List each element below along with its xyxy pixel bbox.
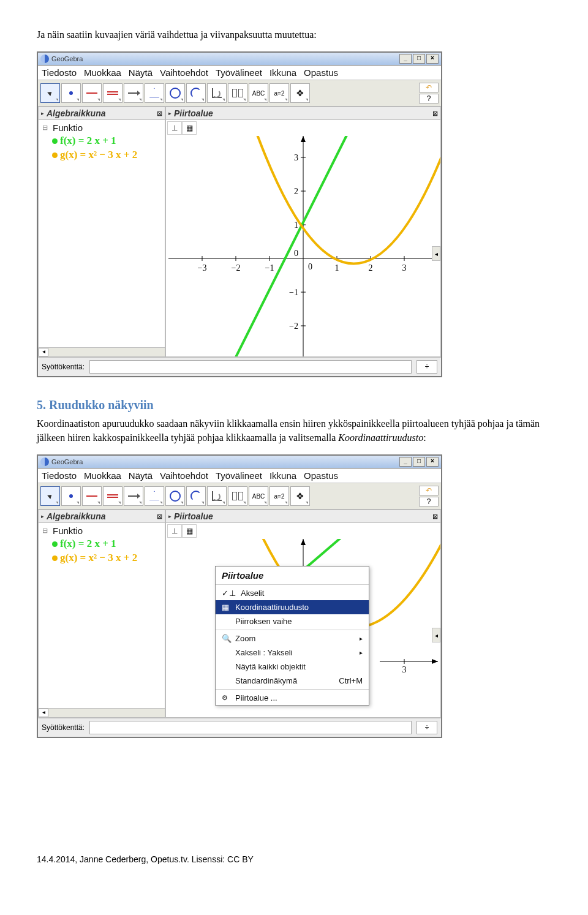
tool-arc[interactable] (186, 486, 206, 506)
drawing-close-icon[interactable]: ⊠ (432, 110, 438, 118)
svg-marker-32 (432, 659, 438, 664)
svg-marker-3 (301, 136, 306, 142)
menu-tools[interactable]: Työvälineet (216, 470, 262, 481)
function-f[interactable]: f(x) = 2 x + 1 (52, 135, 161, 147)
menu-options[interactable]: Vaihtoehdot (160, 67, 208, 78)
minimize-button[interactable]: _ (399, 457, 412, 467)
cm-xyratio[interactable]: Xakseli : Yakseli ▸ (216, 646, 369, 660)
cm-zoom[interactable]: 🔍 Zoom ▸ (216, 631, 369, 646)
input-field-2[interactable] (89, 721, 412, 734)
page-footer: 14.4.2014, Janne Cederberg, Opetus.tv. L… (37, 854, 551, 864)
function-g-2[interactable]: g(x) = x² − 3 x + 2 (52, 552, 161, 564)
menu-window[interactable]: Ikkuna (270, 470, 296, 481)
side-expand-icon[interactable]: ◂ (432, 628, 440, 642)
menu-tools[interactable]: Työvälineet (216, 67, 262, 78)
tool-slider[interactable]: a=2 (270, 486, 289, 506)
input-field[interactable] (89, 360, 412, 374)
minimize-button[interactable]: _ (399, 54, 412, 64)
drawing-pane-2[interactable]: ▸Piirtoalue ⊠ ⊥ ▦ 3 (165, 510, 441, 718)
scroll-left-icon[interactable]: ◂ (39, 709, 48, 717)
undo-button[interactable]: ↶ (419, 486, 439, 495)
tool-reflect[interactable] (228, 486, 247, 506)
tool-move[interactable] (40, 83, 60, 103)
algebra-close-icon[interactable]: ⊠ (157, 110, 162, 118)
tool-circle[interactable] (165, 486, 185, 506)
input-label-2: Syöttökenttä: (42, 723, 85, 732)
help-button[interactable]: ? (419, 497, 439, 506)
tool-text[interactable]: ABC (249, 486, 268, 506)
axes-toggle-icon[interactable]: ⊥ (167, 121, 182, 135)
tool-movegraphics[interactable]: ✥ (290, 486, 310, 506)
tool-ray[interactable] (124, 83, 143, 103)
menu-view[interactable]: Näytä (129, 67, 153, 78)
menu-file[interactable]: Tiedosto (42, 67, 77, 78)
tool-polygon[interactable] (145, 486, 164, 506)
tool-text[interactable]: ABC (249, 83, 268, 103)
tool-reflect[interactable] (228, 83, 247, 103)
zoom-icon: 🔍 (222, 634, 232, 643)
help-button[interactable]: ? (419, 94, 439, 104)
em-koord: Koordinaattiruudusto (338, 432, 423, 443)
close-button[interactable]: × (426, 54, 439, 64)
shortcut-text: Ctrl+M (339, 676, 363, 685)
maximize-button[interactable]: □ (413, 54, 425, 64)
tool-angle[interactable] (207, 83, 227, 103)
algebra-close-icon[interactable]: ⊠ (157, 513, 162, 521)
app-logo-icon (40, 457, 49, 466)
menu-options[interactable]: Vaihtoehdot (160, 470, 208, 481)
scroll-left-icon[interactable]: ◂ (39, 348, 48, 356)
close-button[interactable]: × (426, 457, 439, 467)
app-logo-icon (40, 55, 49, 63)
tool-line[interactable] (82, 83, 102, 103)
input-dropdown[interactable]: ÷ (417, 360, 437, 374)
drawing-pane[interactable]: ▸Piirtoalue ⊠ ⊥ ▦ −3 −2 −1 (165, 107, 441, 357)
svg-text:−2: −2 (232, 263, 241, 273)
menu-edit[interactable]: Muokkaa (84, 67, 121, 78)
tool-polygon[interactable] (145, 83, 164, 103)
input-dropdown-2[interactable]: ÷ (417, 721, 437, 734)
axes-toggle-icon[interactable]: ⊥ (167, 524, 182, 538)
gear-icon: ⚙ (222, 694, 228, 702)
tool-point[interactable] (61, 486, 81, 506)
tool-move[interactable] (40, 486, 60, 506)
svg-text:1: 1 (335, 263, 339, 273)
tool-movegraphics[interactable]: ✥ (290, 83, 310, 103)
cm-grid[interactable]: ▦ Koordinaattiruudusto (216, 600, 369, 614)
tool-arc[interactable] (186, 83, 206, 103)
menu-window[interactable]: Ikkuna (270, 67, 296, 78)
tool-point[interactable] (61, 83, 81, 103)
cm-props[interactable]: ⚙ Piirtoalue ... (216, 691, 369, 705)
graph-canvas-2[interactable]: 3 Piirtoalue ✓ ⊥ Akselit ▦ Koordinaattir… (166, 539, 440, 717)
tool-line[interactable] (82, 486, 102, 506)
undo-button[interactable]: ↶ (419, 83, 439, 92)
cm-axes[interactable]: ✓ ⊥ Akselit (216, 586, 369, 600)
cm-standard[interactable]: Standardinäkymä Ctrl+M (216, 674, 369, 688)
maximize-button[interactable]: □ (413, 457, 425, 467)
tool-circle[interactable] (165, 83, 185, 103)
input-label: Syöttökenttä: (42, 363, 85, 371)
svg-text:−2: −2 (289, 322, 298, 331)
menu-file[interactable]: Tiedosto (42, 470, 77, 481)
context-menu: Piirtoalue ✓ ⊥ Akselit ▦ Koordinaattiruu… (215, 566, 369, 706)
menu-help[interactable]: Opastus (304, 470, 338, 481)
tool-ray[interactable] (124, 486, 143, 506)
menu-view[interactable]: Näytä (129, 470, 153, 481)
cm-showall[interactable]: Näytä kaikki objektit (216, 660, 369, 674)
tool-angle[interactable] (207, 486, 227, 506)
grid-toggle-icon[interactable]: ▦ (182, 524, 197, 538)
tool-parallel[interactable] (103, 83, 123, 103)
tool-parallel[interactable] (103, 486, 123, 506)
grid-toggle-icon[interactable]: ▦ (182, 121, 197, 135)
graph-canvas[interactable]: −3 −2 −1 0 1 2 3 3 2 1 0 −1 (166, 136, 440, 356)
drawing-title: Piirtoalue (174, 108, 213, 118)
chevron-right-icon: ▸ (360, 649, 363, 656)
plot-line-f (225, 136, 348, 356)
cm-construction[interactable]: Piirroksen vaihe (216, 614, 369, 628)
function-g[interactable]: g(x) = x² − 3 x + 2 (52, 149, 161, 161)
side-expand-icon[interactable]: ◂ (432, 246, 440, 261)
drawing-close-icon[interactable]: ⊠ (432, 513, 438, 521)
tool-slider[interactable]: a=2 (270, 83, 289, 103)
menu-help[interactable]: Opastus (304, 67, 338, 78)
menu-edit[interactable]: Muokkaa (84, 470, 121, 481)
function-f-2[interactable]: f(x) = 2 x + 1 (52, 538, 161, 550)
